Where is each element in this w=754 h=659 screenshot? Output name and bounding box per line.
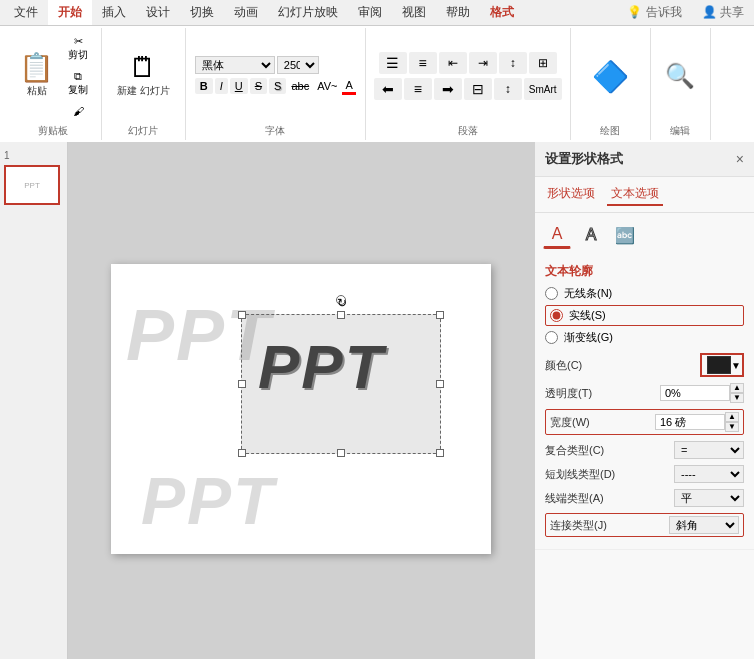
line-spacing-button[interactable]: ↕ <box>494 78 522 100</box>
handle-br[interactable] <box>436 449 444 457</box>
font-name-select[interactable]: 黑体 <box>195 56 275 74</box>
format-panel-close-button[interactable]: × <box>736 151 744 167</box>
handle-tc[interactable] <box>337 311 345 319</box>
slides-label: 幻灯片 <box>128 122 158 138</box>
cap-select[interactable]: 平 <box>674 489 744 507</box>
no-line-radio[interactable] <box>545 287 558 300</box>
format-panel-header: 设置形状格式 × <box>535 142 754 177</box>
join-select[interactable]: 斜角 <box>669 516 739 534</box>
color-dropdown-arrow[interactable]: ▼ <box>731 360 741 371</box>
width-up[interactable]: ▲ <box>725 412 739 422</box>
dash-label: 短划线类型(D) <box>545 467 674 482</box>
width-input[interactable] <box>655 414 725 430</box>
justify-button[interactable]: ⊟ <box>464 78 492 100</box>
tab-view[interactable]: 视图 <box>392 0 436 25</box>
paste-button[interactable]: 📋 粘贴 <box>12 48 61 104</box>
gradient-line-option[interactable]: 渐变线(G) <box>545 330 744 345</box>
color-button-wrapper[interactable]: ▼ <box>700 353 744 377</box>
tab-tell-me[interactable]: 💡 告诉我 <box>617 0 691 25</box>
slide-thumb-ppt: PPT <box>24 181 40 190</box>
strikethrough-button[interactable]: S <box>250 78 267 94</box>
width-spinner: ▲ ▼ <box>725 412 739 432</box>
handle-bc[interactable] <box>337 449 345 457</box>
solid-line-radio[interactable] <box>550 309 563 322</box>
canvas-area[interactable]: PPT PPT ↻ PPT <box>68 142 534 659</box>
handle-tr[interactable] <box>436 311 444 319</box>
tab-design[interactable]: 设计 <box>136 0 180 25</box>
copy-icon: ⧉ <box>74 70 82 83</box>
no-line-option[interactable]: 无线条(N) <box>545 286 744 301</box>
format-tab-shape[interactable]: 形状选项 <box>543 183 599 206</box>
selection-box[interactable]: ↻ PPT <box>241 314 441 454</box>
text-icons-row: A A 🔤 <box>535 213 754 257</box>
tab-slideshow[interactable]: 幻灯片放映 <box>268 0 348 25</box>
tab-review[interactable]: 审阅 <box>348 0 392 25</box>
handle-ml[interactable] <box>238 380 246 388</box>
drawing-icon: 🔷 <box>592 59 629 94</box>
ribbon-content: 📋 粘贴 ✂ 剪切 ⧉ 复制 🖌 剪贴板 <box>0 26 754 142</box>
solid-line-option[interactable]: 实线(S) <box>545 305 744 326</box>
slide-number: 1 <box>4 150 63 161</box>
compound-select[interactable]: = <box>674 441 744 459</box>
format-panel-title: 设置形状格式 <box>545 150 623 168</box>
transparency-input[interactable] <box>660 385 730 401</box>
paragraph-label: 段落 <box>458 122 478 138</box>
numbering-button[interactable]: ≡ <box>409 52 437 74</box>
cap-label: 线端类型(A) <box>545 491 674 506</box>
transparency-spinner: ▲ ▼ <box>730 383 744 403</box>
new-slide-button[interactable]: 🗒 新建 幻灯片 <box>110 48 177 104</box>
tab-home[interactable]: 开始 <box>48 0 92 25</box>
increase-indent-button[interactable]: ⇥ <box>469 52 497 74</box>
gradient-line-radio[interactable] <box>545 331 558 344</box>
text-direction-button[interactable]: ↕ <box>499 52 527 74</box>
cut-icon: ✂ <box>74 35 83 48</box>
color-label: 颜色(C) <box>545 358 700 373</box>
handle-mr[interactable] <box>436 380 444 388</box>
tab-insert[interactable]: 插入 <box>92 0 136 25</box>
dash-select[interactable]: ---- <box>674 465 744 483</box>
gradient-line-label: 渐变线(G) <box>564 330 613 345</box>
handle-tl[interactable] <box>238 311 246 319</box>
smart-art-button[interactable]: SmArt <box>524 78 562 100</box>
transparency-down[interactable]: ▼ <box>730 393 744 403</box>
text-icon-text-effect[interactable]: 🔤 <box>611 221 639 249</box>
copy-label: 复制 <box>68 83 88 97</box>
format-painter-button[interactable]: 🖌 <box>63 102 93 120</box>
underline-button[interactable]: U <box>230 78 248 94</box>
drawing-label: 绘图 <box>600 122 620 138</box>
text-icon-a-fill[interactable]: A <box>543 221 571 249</box>
shadow-button[interactable]: S <box>269 78 286 94</box>
align-left-button[interactable]: ⬅ <box>374 78 402 100</box>
tab-transitions[interactable]: 切换 <box>180 0 224 25</box>
tab-format[interactable]: 格式 <box>480 0 524 25</box>
radio-group: 无线条(N) 实线(S) 渐变线(G) <box>545 286 744 345</box>
av-spacing: AV~ <box>314 79 340 93</box>
abc-strikethrough: abc <box>288 79 312 93</box>
decrease-indent-button[interactable]: ⇤ <box>439 52 467 74</box>
handle-bl[interactable] <box>238 449 246 457</box>
bold-button[interactable]: B <box>195 78 213 94</box>
ribbon-group-slides: 🗒 新建 幻灯片 幻灯片 <box>102 28 186 140</box>
transparency-up[interactable]: ▲ <box>730 383 744 393</box>
font-size-select[interactable]: 250 <box>277 56 319 74</box>
text-icon-a-outline[interactable]: A <box>577 221 605 249</box>
align-center-button[interactable]: ≡ <box>404 78 432 100</box>
slide-thumbnail[interactable]: PPT <box>4 165 60 205</box>
tab-help[interactable]: 帮助 <box>436 0 480 25</box>
format-tab-text[interactable]: 文本选项 <box>607 183 663 206</box>
bullets-button[interactable]: ☰ <box>379 52 407 74</box>
copy-button[interactable]: ⧉ 复制 <box>63 67 93 100</box>
ribbon: 文件 开始 插入 设计 切换 动画 幻灯片放映 审阅 视图 帮助 格式 💡 告诉… <box>0 0 754 142</box>
rotate-handle[interactable]: ↻ <box>336 295 346 305</box>
format-painter-icon: 🖌 <box>73 105 84 117</box>
cut-button[interactable]: ✂ 剪切 <box>63 32 93 65</box>
width-down[interactable]: ▼ <box>725 422 739 432</box>
tab-share[interactable]: 👤 共享 <box>692 0 754 25</box>
tab-animations[interactable]: 动画 <box>224 0 268 25</box>
columns-button[interactable]: ⊞ <box>529 52 557 74</box>
italic-button[interactable]: I <box>215 78 228 94</box>
align-right-button[interactable]: ➡ <box>434 78 462 100</box>
transparency-label: 透明度(T) <box>545 386 660 401</box>
tab-file[interactable]: 文件 <box>4 0 48 25</box>
join-row: 连接类型(J) 斜角 <box>545 513 744 537</box>
